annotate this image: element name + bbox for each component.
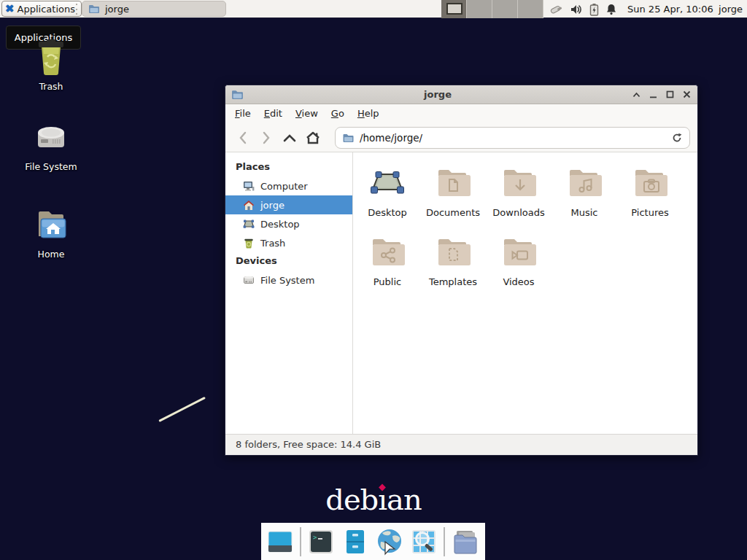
battery-charging-icon[interactable]: [589, 3, 599, 16]
workspace-4[interactable]: [518, 0, 543, 18]
home-button[interactable]: [303, 128, 323, 148]
workspace-1[interactable]: [441, 0, 467, 18]
up-button[interactable]: [279, 128, 300, 148]
menu-view[interactable]: View: [289, 104, 325, 123]
sidebar-item-trash[interactable]: Trash: [225, 233, 352, 252]
sidebar-item-label: Computer: [260, 181, 308, 192]
folder-item-downloads[interactable]: Downloads: [486, 166, 551, 235]
menu-go[interactable]: Go: [325, 104, 351, 123]
desktop-icon-home[interactable]: Home: [16, 207, 86, 260]
sidebar-item-filesystem[interactable]: File System: [225, 271, 352, 289]
sidebar: Places Computer jorge: [225, 152, 353, 434]
panel-handle[interactable]: [76, 4, 79, 15]
notification-bell-icon[interactable]: [605, 3, 617, 15]
show-desktop-button[interactable]: [266, 527, 294, 556]
sidebar-item-label: File System: [260, 275, 314, 286]
toolbar: /home/jorge/: [225, 123, 697, 152]
sidebar-item-computer[interactable]: Computer: [225, 176, 352, 195]
menu-edit[interactable]: Edit: [258, 104, 289, 123]
desktop-icon-trash[interactable]: Trash: [16, 38, 86, 92]
forward-button[interactable]: [256, 128, 276, 148]
workspace-switcher[interactable]: [441, 0, 543, 18]
workspace-window-thumb: [446, 3, 462, 15]
menu-file[interactable]: File: [228, 104, 258, 123]
desktop-icon: [243, 219, 255, 229]
menu-help[interactable]: Help: [351, 104, 386, 123]
app-finder-launcher[interactable]: [410, 527, 438, 556]
applications-menu-button[interactable]: ✖ Applications: [1, 1, 82, 17]
panel-clock[interactable]: Sun 25 Apr, 10:06: [627, 0, 713, 18]
debian-wordmark: debıan: [0, 483, 747, 516]
statusbar: 8 folders, Free space: 14.4 GiB: [225, 434, 697, 455]
sidebar-header-places: Places: [225, 158, 352, 176]
window-folder-icon: [231, 89, 244, 100]
desktop-icon-filesystem[interactable]: File System: [16, 120, 86, 172]
maximize-icon[interactable]: [665, 90, 675, 99]
folder-item-templates[interactable]: Templates: [420, 235, 486, 304]
folder-view: Desktop Documents Downloads: [353, 152, 697, 434]
taskbar-window-label: jorge: [105, 4, 129, 15]
dock-panel: >: [261, 523, 485, 560]
music-folder-icon: [567, 166, 602, 201]
web-browser-launcher[interactable]: [375, 527, 404, 556]
file-manager-launcher[interactable]: [451, 527, 480, 556]
folder-item-label: Public: [374, 276, 401, 287]
path-input[interactable]: /home/jorge/: [360, 132, 666, 144]
sidebar-item-desktop[interactable]: Desktop: [225, 214, 352, 233]
folder-item-label: Templates: [429, 276, 477, 287]
menubar: File Edit View Go Help: [225, 104, 697, 123]
folder-item-label: Downloads: [492, 207, 544, 218]
sidebar-header-devices: Devices: [225, 252, 352, 271]
templates-folder-icon: [436, 235, 471, 270]
folder-item-music[interactable]: Music: [551, 166, 617, 235]
file-manager-window: jorge File Edit View Go Help: [225, 85, 698, 456]
folder-item-label: Videos: [503, 276, 534, 287]
minimize-icon[interactable]: [649, 90, 658, 99]
trash-small-icon: [243, 238, 255, 249]
panel-username[interactable]: jorge: [719, 0, 743, 18]
desktop-icon-label: Trash: [39, 81, 63, 92]
sidebar-item-jorge[interactable]: jorge: [225, 195, 352, 214]
workspace-3[interactable]: [492, 0, 518, 18]
dock-separator: [444, 527, 445, 556]
screwdriver-icon[interactable]: [549, 3, 563, 16]
file-cabinet-icon: [341, 528, 369, 556]
folder-item-label: Desktop: [368, 207, 407, 218]
reload-icon[interactable]: [671, 132, 683, 144]
trash-icon: [33, 38, 69, 76]
documents-folder-icon: [436, 166, 471, 201]
sidebar-item-label: Desktop: [260, 219, 300, 230]
show-desktop-icon: [266, 528, 294, 556]
xfce-logo-icon: ✖: [5, 4, 15, 15]
svg-text:>: >: [313, 534, 317, 541]
sidebar-item-label: Trash: [260, 238, 285, 249]
path-bar[interactable]: /home/jorge/: [335, 127, 690, 149]
pathbar-folder-icon: [342, 133, 355, 143]
desktop-icon-label: Home: [38, 249, 65, 260]
harddrive-icon: [33, 120, 69, 156]
close-icon[interactable]: [682, 90, 692, 99]
folder-item-desktop[interactable]: Desktop: [355, 166, 420, 235]
wallpaper-scratch-line: [158, 397, 206, 422]
home-folder-icon: [33, 207, 69, 244]
terminal-launcher[interactable]: >: [307, 527, 335, 556]
pictures-folder-icon: [632, 166, 667, 201]
sidebar-item-label: jorge: [260, 200, 285, 211]
system-tray: [549, 0, 617, 18]
shade-icon[interactable]: [632, 90, 641, 99]
file-manager-icon: [451, 528, 480, 556]
folder-item-label: Pictures: [631, 207, 668, 218]
file-cabinet-launcher[interactable]: [341, 527, 369, 556]
folder-item-pictures[interactable]: Pictures: [617, 166, 683, 235]
folder-item-documents[interactable]: Documents: [420, 166, 486, 235]
folder-item-public[interactable]: Public: [355, 235, 420, 304]
folder-item-videos[interactable]: Videos: [486, 235, 551, 304]
desktop-item-icon: [370, 166, 405, 201]
back-button[interactable]: [233, 128, 253, 148]
workspace-2[interactable]: [467, 0, 492, 18]
titlebar[interactable]: jorge: [225, 85, 697, 104]
volume-icon[interactable]: [570, 4, 583, 15]
top-panel: ✖ Applications jorge: [0, 0, 747, 18]
taskbar-window-button[interactable]: jorge: [82, 1, 226, 17]
videos-folder-icon: [501, 235, 536, 270]
